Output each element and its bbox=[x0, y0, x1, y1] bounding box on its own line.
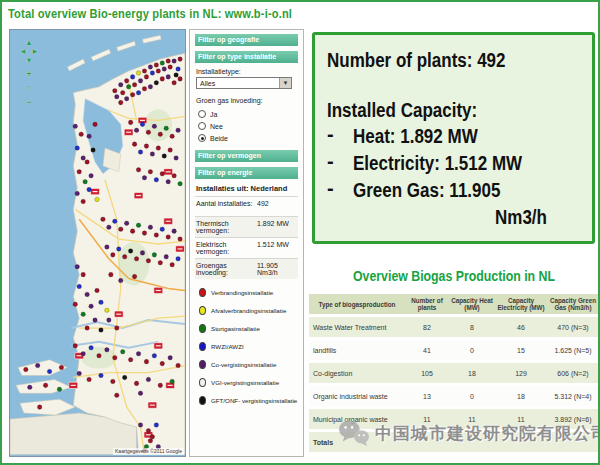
map-marker[interactable] bbox=[115, 326, 120, 331]
map-marker[interactable] bbox=[75, 146, 80, 151]
radio-icon[interactable] bbox=[198, 122, 206, 130]
map-marker[interactable] bbox=[172, 59, 177, 64]
map-marker[interactable] bbox=[75, 264, 80, 269]
map-marker[interactable] bbox=[97, 353, 102, 358]
map-marker[interactable] bbox=[115, 393, 120, 398]
filter-bar-installation-type[interactable]: Filter op type installatie bbox=[195, 51, 298, 63]
map-marker[interactable] bbox=[148, 225, 153, 230]
map-marker[interactable] bbox=[28, 385, 33, 390]
map-navigation-control[interactable]: ▲ ◄ ► ▼ + ○ − bbox=[18, 38, 40, 107]
map-marker[interactable] bbox=[118, 83, 123, 88]
map-marker[interactable] bbox=[89, 173, 94, 178]
map-marker[interactable] bbox=[176, 257, 181, 262]
map-marker[interactable] bbox=[136, 168, 141, 173]
map-marker[interactable] bbox=[85, 326, 90, 331]
map-marker[interactable] bbox=[134, 257, 139, 262]
map-marker[interactable] bbox=[178, 77, 183, 82]
map-marker[interactable] bbox=[144, 144, 149, 149]
map-marker[interactable] bbox=[87, 134, 92, 139]
map-marker[interactable] bbox=[87, 377, 92, 382]
map-marker[interactable] bbox=[105, 308, 110, 313]
map-marker[interactable] bbox=[113, 355, 118, 360]
map-marker[interactable] bbox=[128, 249, 133, 254]
map-marker[interactable] bbox=[79, 132, 84, 137]
map-pan-up-icon[interactable]: ▲ bbox=[18, 38, 40, 47]
map-marker[interactable] bbox=[158, 261, 163, 266]
filter-bar-energy[interactable]: Filter op energie bbox=[195, 167, 298, 179]
map-marker[interactable] bbox=[120, 90, 125, 95]
map-marker[interactable] bbox=[128, 120, 133, 125]
map-marker[interactable] bbox=[142, 175, 147, 180]
installation-type-select[interactable]: Alles ▼ bbox=[196, 77, 292, 89]
map-marker[interactable] bbox=[37, 405, 42, 410]
map-marker[interactable] bbox=[166, 59, 171, 64]
map-marker[interactable] bbox=[172, 229, 177, 234]
filter-bar-power[interactable]: Filter op vermogen bbox=[195, 150, 298, 162]
map-marker[interactable] bbox=[142, 231, 147, 236]
map-marker[interactable] bbox=[93, 318, 98, 323]
map-marker[interactable] bbox=[160, 361, 165, 366]
map-marker[interactable] bbox=[99, 300, 104, 305]
map-marker[interactable] bbox=[136, 223, 141, 228]
map-marker[interactable] bbox=[113, 88, 118, 93]
map-marker[interactable] bbox=[95, 197, 100, 202]
map-marker[interactable] bbox=[148, 65, 153, 70]
map-marker[interactable] bbox=[73, 302, 78, 307]
map-marker[interactable] bbox=[35, 363, 40, 368]
map-marker[interactable] bbox=[116, 247, 121, 252]
map-marker[interactable] bbox=[132, 274, 137, 279]
map-marker[interactable] bbox=[152, 124, 157, 129]
map-marker[interactable] bbox=[158, 383, 163, 388]
map-marker[interactable] bbox=[83, 179, 88, 184]
map-marker[interactable] bbox=[136, 351, 141, 356]
map-marker[interactable] bbox=[99, 328, 104, 333]
map-marker[interactable] bbox=[166, 179, 171, 184]
radio-option-nee[interactable]: Nee bbox=[198, 120, 298, 132]
map-marker[interactable] bbox=[160, 77, 165, 82]
map-marker[interactable] bbox=[75, 191, 80, 196]
map-marker[interactable] bbox=[132, 142, 137, 147]
map-marker[interactable] bbox=[158, 132, 163, 137]
map-marker[interactable] bbox=[136, 71, 141, 76]
map-marker[interactable] bbox=[91, 148, 96, 153]
map-marker[interactable] bbox=[144, 359, 149, 364]
map-marker[interactable] bbox=[118, 100, 123, 105]
map-marker[interactable] bbox=[24, 367, 29, 372]
map-marker[interactable] bbox=[150, 435, 155, 440]
map-marker[interactable] bbox=[109, 272, 114, 277]
map-marker[interactable] bbox=[154, 423, 159, 428]
map-pan-down-icon[interactable]: ▼ bbox=[18, 56, 40, 65]
map-marker[interactable] bbox=[144, 75, 149, 80]
map-marker[interactable] bbox=[166, 75, 171, 80]
map-marker[interactable] bbox=[160, 61, 165, 66]
map-marker[interactable] bbox=[138, 423, 143, 428]
map-marker[interactable] bbox=[81, 351, 86, 356]
map-marker[interactable] bbox=[81, 272, 86, 277]
map-marker[interactable] bbox=[154, 177, 159, 182]
map-marker[interactable] bbox=[105, 348, 110, 353]
chevron-down-icon[interactable]: ▼ bbox=[279, 78, 291, 88]
map-marker[interactable] bbox=[47, 369, 52, 374]
map-marker[interactable] bbox=[156, 69, 161, 74]
map-marker[interactable] bbox=[154, 81, 159, 86]
radio-option-ja[interactable]: Ja bbox=[198, 108, 298, 120]
map-marker[interactable] bbox=[105, 245, 110, 250]
map-marker[interactable] bbox=[113, 219, 118, 224]
map-marker[interactable] bbox=[140, 122, 145, 127]
map-pan-right-icon[interactable]: ► bbox=[31, 47, 39, 56]
map-marker[interactable] bbox=[178, 57, 183, 62]
map-marker[interactable] bbox=[140, 251, 145, 256]
map-marker[interactable] bbox=[77, 284, 82, 289]
map-marker[interactable] bbox=[99, 373, 104, 378]
map-marker[interactable] bbox=[118, 227, 123, 232]
map-marker[interactable] bbox=[89, 304, 94, 309]
map-marker[interactable] bbox=[176, 363, 181, 368]
map-marker[interactable] bbox=[150, 71, 155, 76]
map-marker[interactable] bbox=[142, 86, 147, 91]
map-marker[interactable] bbox=[118, 278, 123, 283]
map-marker[interactable] bbox=[162, 154, 167, 159]
map-marker[interactable] bbox=[77, 371, 82, 376]
map-marker[interactable] bbox=[174, 73, 179, 78]
map-marker[interactable] bbox=[150, 152, 155, 157]
map-netherlands[interactable]: ▲ ◄ ► ▼ + ○ − Kaartgegevens ©2011 Google bbox=[9, 29, 186, 457]
